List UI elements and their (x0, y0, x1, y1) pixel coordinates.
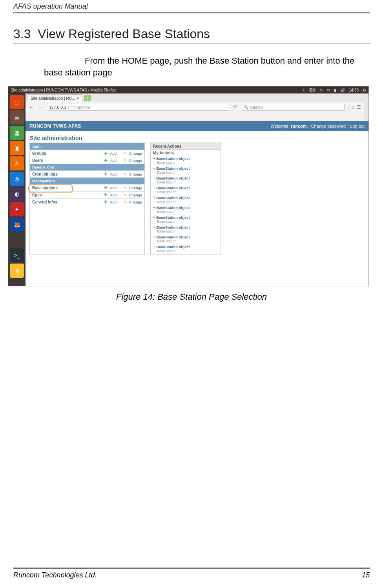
recent-action-item[interactable]: BaseStation objectBase station (151, 234, 221, 244)
launcher-app3-icon[interactable]: ▥ (10, 264, 24, 278)
change-password-link[interactable]: Change password (311, 124, 346, 128)
add-link[interactable]: Add (110, 151, 117, 156)
action-sub: Base station (157, 200, 218, 204)
launcher-firefox-icon[interactable]: 🦊 (10, 218, 24, 232)
bookmarks-icon[interactable]: ☰ (357, 104, 361, 110)
action-sub: Base station (157, 180, 218, 184)
plus-icon: ✚ (104, 185, 108, 191)
downloads-icon[interactable]: ↓ (347, 104, 349, 110)
recent-action-item[interactable]: BaseStation objectBase station (151, 195, 221, 205)
group-management-header: Management (30, 178, 144, 184)
network-icon[interactable]: ⇅ (320, 88, 323, 92)
plus-icon: ✚ (104, 151, 108, 156)
link-basestations[interactable]: Base stations (32, 186, 104, 190)
action-title: BaseStation object (153, 215, 218, 220)
mail-icon[interactable]: ✉ (327, 88, 330, 92)
admin-header: RUNCOM TVWS AFAS Welcome, runcom. Change… (26, 121, 368, 131)
change-link[interactable]: Change (129, 193, 142, 197)
action-sub: Base station (157, 210, 218, 214)
group-auth-header: Auth (30, 143, 144, 150)
clock[interactable]: 14:38 (349, 88, 359, 92)
firefox-window: Site administration | RU... × + ← → 127.… (26, 93, 368, 286)
link-groups[interactable]: Groups (32, 151, 104, 156)
admin-brand: RUNCOM TVWS AFAS (29, 123, 81, 129)
figure-caption: Figure 14: Base Station Page Selection (13, 292, 370, 302)
action-sub: Base station (157, 220, 218, 223)
link-generalinfos[interactable]: General infos (32, 200, 104, 204)
recent-action-item[interactable]: BaseStation objectBase station (151, 176, 221, 185)
search-icon: 🔍 (243, 104, 248, 110)
search-field[interactable]: 🔍 Search (241, 104, 345, 111)
pencil-icon: ✎ (124, 200, 127, 204)
new-tab-button[interactable]: + (84, 95, 91, 101)
pencil-icon: ✎ (124, 158, 127, 163)
reload-button[interactable]: ⟳ (232, 104, 239, 110)
plus-icon: ✚ (104, 172, 108, 177)
add-link[interactable]: Add (110, 193, 117, 197)
logout-link[interactable]: Log out (350, 124, 365, 128)
recent-actions-panel: Recent Actions My Actions BaseStation ob… (150, 143, 221, 255)
launcher-dash-icon[interactable]: ◌ (10, 95, 24, 109)
ubuntu-top-bar: Site administration | RUNCOM TVWS AFAS -… (8, 86, 368, 93)
volume-icon[interactable]: 🔊 (340, 88, 345, 92)
add-link[interactable]: Add (110, 186, 117, 190)
launcher-eclipse-icon[interactable]: ◐ (10, 187, 24, 201)
embedded-screenshot: Site administration | RUNCOM TVWS AFAS -… (8, 86, 369, 286)
username: runcom (291, 124, 306, 128)
plus-icon: ✚ (104, 200, 108, 205)
action-sub: Base station (157, 161, 218, 165)
recent-action-item[interactable]: BaseStation objectBase station (151, 185, 221, 195)
change-link[interactable]: Change (129, 186, 142, 190)
doc-header-title: AFAS operation Manual (13, 2, 370, 11)
gear-icon[interactable]: ⚙ (363, 88, 366, 92)
url-rest: :7777/admin/ (66, 105, 90, 110)
browser-tab[interactable]: Site administration | RU... × (27, 94, 82, 102)
admin-page-title: Site administration (26, 131, 368, 143)
action-title: BaseStation object (153, 156, 218, 161)
launcher-terminal-icon[interactable]: >_ (10, 248, 24, 262)
recent-action-item[interactable]: BaseStation objectBase station (151, 166, 221, 176)
link-cpes[interactable]: Cpes (32, 193, 104, 197)
recent-action-item[interactable]: BaseStation objectBase station (151, 215, 221, 225)
change-link[interactable]: Change (129, 172, 142, 176)
change-link[interactable]: Change (129, 200, 142, 204)
recent-action-item[interactable]: BaseStation objectBase station (151, 244, 221, 254)
action-sub: Base station (157, 239, 218, 243)
launcher-app2-icon[interactable]: ✦ (10, 202, 24, 216)
launcher-app1-icon[interactable]: ◎ (10, 172, 24, 186)
launcher-calc-icon[interactable]: ▦ (10, 126, 24, 140)
add-link[interactable]: Add (110, 200, 117, 204)
section-number: 3.3 (13, 27, 31, 41)
recent-action-item[interactable]: BaseStation objectBase station (151, 156, 221, 166)
pencil-icon: ✎ (124, 186, 127, 190)
bluetooth-icon[interactable]: ᚼ (303, 88, 305, 92)
action-title: BaseStation object (153, 205, 218, 210)
tab-strip: Site administration | RU... × + (26, 93, 368, 102)
ubuntu-launcher: ◌ ▤ ▦ ▣ A ◎ ◐ ✦ 🦊 >_ ▥ (8, 93, 26, 286)
my-actions-label: My Actions (151, 150, 221, 156)
recent-action-item[interactable]: BaseStation objectBase station (151, 225, 221, 234)
change-link[interactable]: Change (129, 158, 142, 163)
link-users[interactable]: Users (32, 158, 104, 163)
launcher-software-icon[interactable]: A (10, 156, 24, 170)
launcher-spacer (10, 233, 24, 247)
home-icon[interactable]: ⌂ (352, 104, 354, 110)
language-indicator[interactable]: En (309, 88, 316, 92)
link-cronjoblogs[interactable]: Cron job logs (32, 172, 104, 176)
recent-actions-header: Recent Actions (151, 143, 221, 150)
section-heading: 3.3 View Registered Base Stations (13, 27, 370, 41)
change-link[interactable]: Change (129, 151, 142, 156)
section-title: View Registered Base Stations (38, 27, 210, 41)
add-link[interactable]: Add (110, 158, 117, 163)
row-basestations: Base stations ✚Add ✎Change (30, 184, 144, 191)
url-field[interactable]: 127.0.0.1:7777/admin/ (47, 104, 229, 111)
add-link[interactable]: Add (110, 172, 117, 176)
launcher-impress-icon[interactable]: ▣ (10, 141, 24, 155)
forward-button[interactable]: → (37, 105, 44, 110)
launcher-files-icon[interactable]: ▤ (10, 110, 24, 125)
battery-icon[interactable]: ▮ (334, 88, 336, 92)
group-djangocron-header: Django_Cron (30, 164, 144, 170)
recent-action-item[interactable]: BaseStation objectBase station (151, 205, 221, 215)
tab-close-icon[interactable]: × (77, 96, 79, 101)
back-button[interactable]: ← (28, 105, 35, 110)
